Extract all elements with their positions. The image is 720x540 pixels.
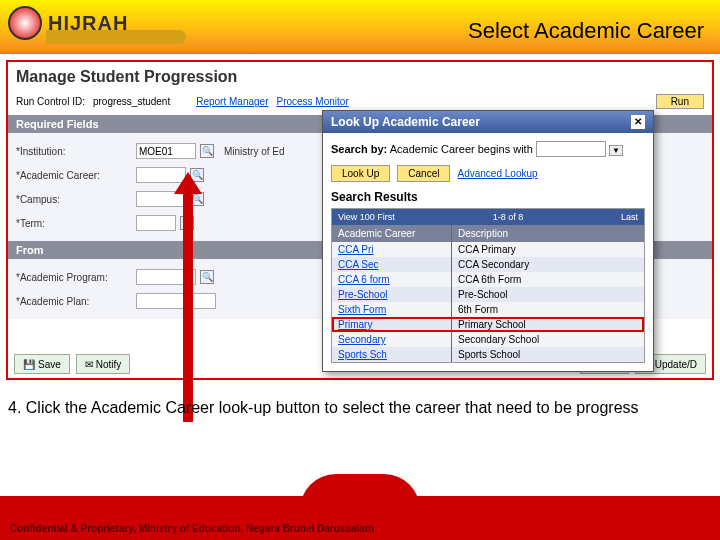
table-row[interactable]: CCA 6 formCCA 6th Form bbox=[332, 272, 644, 287]
career-desc: Sports School bbox=[452, 347, 644, 362]
lookup-button[interactable]: Look Up bbox=[331, 165, 390, 182]
plan-label: *Academic Plan: bbox=[16, 296, 136, 307]
career-link[interactable]: Pre-School bbox=[338, 289, 387, 300]
table-row[interactable]: Pre-SchoolPre-School bbox=[332, 287, 644, 302]
search-input[interactable] bbox=[536, 141, 606, 157]
table-row[interactable]: CCA PriCCA Primary bbox=[332, 242, 644, 257]
slide-title: Select Academic Career bbox=[468, 18, 704, 44]
program-lookup-icon[interactable]: 🔍 bbox=[200, 270, 214, 284]
process-monitor-link[interactable]: Process Monitor bbox=[276, 96, 348, 107]
table-row[interactable]: SecondarySecondary School bbox=[332, 332, 644, 347]
table-row[interactable]: Sports SchSports School bbox=[332, 347, 644, 362]
career-label: *Academic Career: bbox=[16, 170, 136, 181]
results-grid: View 100 First 1-8 of 8 Last Academic Ca… bbox=[331, 208, 645, 363]
run-control-label: Run Control ID: bbox=[16, 96, 85, 107]
run-button[interactable]: Run bbox=[656, 94, 704, 109]
career-link[interactable]: Primary bbox=[338, 319, 372, 330]
career-link[interactable]: CCA Sec bbox=[338, 259, 379, 270]
career-lookup-icon[interactable]: 🔍 bbox=[190, 168, 204, 182]
page-title: Manage Student Progression bbox=[8, 62, 712, 92]
program-label: *Academic Program: bbox=[16, 272, 136, 283]
term-label: *Term: bbox=[16, 218, 136, 229]
grid-columns: Academic Career Description bbox=[332, 225, 644, 242]
career-link[interactable]: Secondary bbox=[338, 334, 386, 345]
campus-input[interactable] bbox=[136, 191, 186, 207]
career-input[interactable] bbox=[136, 167, 186, 183]
search-row: Search by: Academic Career begins with ▼ bbox=[331, 141, 645, 157]
report-manager-link[interactable]: Report Manager bbox=[196, 96, 268, 107]
career-desc: CCA Primary bbox=[452, 242, 644, 257]
notify-icon: ✉ bbox=[85, 359, 93, 370]
dropdown-icon[interactable]: ▼ bbox=[609, 145, 623, 156]
slide-header: HIJRAH Select Academic Career bbox=[0, 0, 720, 54]
search-field: Academic Career bbox=[390, 143, 475, 155]
career-desc: Secondary School bbox=[452, 332, 644, 347]
save-icon: 💾 bbox=[23, 359, 35, 370]
col-desc[interactable]: Description bbox=[452, 225, 644, 242]
search-results-title: Search Results bbox=[331, 190, 645, 204]
notify-button[interactable]: ✉Notify bbox=[76, 354, 131, 374]
search-op: begins with bbox=[478, 143, 533, 155]
table-row[interactable]: CCA SecCCA Secondary bbox=[332, 257, 644, 272]
career-desc: CCA Secondary bbox=[452, 257, 644, 272]
lookup-modal: Look Up Academic Career ✕ Search by: Aca… bbox=[322, 110, 654, 372]
institution-label: *Institution: bbox=[16, 146, 136, 157]
advanced-lookup-link[interactable]: Advanced Lookup bbox=[458, 168, 538, 179]
footer-text: Confidential & Proprietary, Ministry of … bbox=[10, 523, 374, 534]
col-career[interactable]: Academic Career bbox=[332, 225, 452, 242]
run-control-value: progress_student bbox=[93, 96, 170, 107]
career-desc: Primary School bbox=[452, 317, 644, 332]
career-desc: Pre-School bbox=[452, 287, 644, 302]
program-input[interactable] bbox=[136, 269, 196, 285]
instruction-text: 4. Click the Academic Career look-up but… bbox=[8, 398, 712, 419]
term-input[interactable] bbox=[136, 215, 176, 231]
institution-desc: Ministry of Ed bbox=[224, 146, 285, 157]
close-icon[interactable]: ✕ bbox=[631, 115, 645, 129]
cancel-button[interactable]: Cancel bbox=[397, 165, 450, 182]
career-link[interactable]: CCA Pri bbox=[338, 244, 374, 255]
institution-input[interactable] bbox=[136, 143, 196, 159]
crest-icon bbox=[8, 6, 42, 40]
table-row[interactable]: Sixth Form6th Form bbox=[332, 302, 644, 317]
career-link[interactable]: Sports Sch bbox=[338, 349, 387, 360]
career-link[interactable]: CCA 6 form bbox=[338, 274, 390, 285]
career-desc: CCA 6th Form bbox=[452, 272, 644, 287]
term-lookup-icon[interactable]: 🔍 bbox=[180, 216, 194, 230]
modal-header: Look Up Academic Career ✕ bbox=[323, 111, 653, 133]
campus-lookup-icon[interactable]: 🔍 bbox=[190, 192, 204, 206]
modal-title: Look Up Academic Career bbox=[331, 115, 480, 129]
campus-label: *Campus: bbox=[16, 194, 136, 205]
search-by-label: Search by: bbox=[331, 143, 387, 155]
career-desc: 6th Form bbox=[452, 302, 644, 317]
plan-input[interactable] bbox=[136, 293, 216, 309]
swoosh-icon bbox=[46, 30, 186, 44]
table-row[interactable]: PrimaryPrimary School bbox=[332, 317, 644, 332]
save-button[interactable]: 💾Save bbox=[14, 354, 70, 374]
career-link[interactable]: Sixth Form bbox=[338, 304, 386, 315]
grid-nav: View 100 First 1-8 of 8 Last bbox=[332, 209, 644, 225]
slide-footer: Confidential & Proprietary, Ministry of … bbox=[0, 480, 720, 540]
institution-lookup-icon[interactable]: 🔍 bbox=[200, 144, 214, 158]
